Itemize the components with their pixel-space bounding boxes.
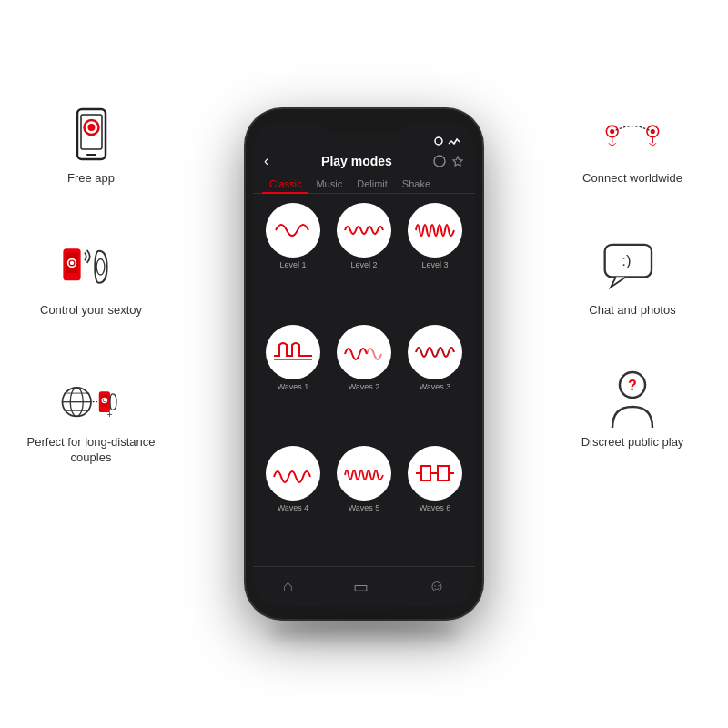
svg-point-8: [70, 261, 74, 265]
feature-long-distance: + Perfect for long-distance couples: [18, 373, 164, 466]
mode-label-level2: Level 2: [350, 260, 377, 269]
mode-waves4[interactable]: Waves 4: [260, 446, 326, 562]
tab-classic[interactable]: Classic: [262, 175, 308, 193]
mode-label-waves1: Waves 1: [278, 382, 309, 391]
mode-circle-level3[interactable]: [408, 203, 462, 258]
mode-circle-waves5[interactable]: [337, 446, 391, 500]
bottom-nav[interactable]: ⌂ ▭ ☺: [253, 566, 475, 606]
right-features: Connect worldwide :) Chat and photos: [555, 109, 710, 450]
tab-delimit[interactable]: Delimit: [349, 175, 395, 193]
phone-notch: [318, 109, 410, 133]
feature-free-app: Free app: [18, 109, 164, 187]
back-button[interactable]: ‹: [264, 153, 286, 169]
mode-circle-waves1[interactable]: [266, 325, 320, 379]
svg-rect-27: [438, 466, 449, 480]
svg-point-21: [435, 137, 442, 145]
nav-chat-icon[interactable]: ▭: [353, 577, 369, 597]
feature-control: Control your sextoy: [18, 241, 164, 318]
control-label: Control your sextoy: [40, 303, 142, 318]
svg-text:+: +: [107, 409, 113, 420]
nav-home-icon[interactable]: ⌂: [283, 577, 293, 596]
feature-connect: Connect worldwide: [555, 109, 710, 187]
svg-point-30: [610, 128, 614, 133]
mode-waves1[interactable]: Waves 1: [260, 325, 326, 441]
control-icon: [59, 241, 123, 296]
svg-text::): :): [622, 253, 631, 270]
phone-screen: ‹ Play modes Classic Music Delimit Shake: [253, 122, 475, 606]
long-distance-label: Perfect for long-distance couples: [18, 435, 164, 466]
svg-point-32: [651, 128, 655, 133]
mode-label-waves6: Waves 6: [420, 503, 451, 512]
mode-circle-waves4[interactable]: [266, 446, 320, 500]
phone-reflection: [269, 619, 459, 646]
discreet-icon: ?: [601, 373, 664, 428]
connect-icon: [601, 109, 664, 164]
mode-circle-level2[interactable]: [337, 203, 391, 258]
mode-tabs[interactable]: Classic Music Delimit Shake: [253, 175, 475, 194]
nav-profile-icon[interactable]: ☺: [429, 577, 445, 596]
mode-label-level1: Level 1: [279, 260, 306, 269]
phone-body: ‹ Play modes Classic Music Delimit Shake: [246, 109, 482, 619]
phone: ‹ Play modes Classic Music Delimit Shake: [246, 109, 482, 619]
header-icons: [428, 155, 464, 167]
svg-point-22: [434, 156, 445, 167]
feature-chat: :) Chat and photos: [555, 241, 710, 318]
svg-point-3: [87, 124, 95, 131]
chat-label: Chat and photos: [589, 303, 675, 318]
chat-icon: :): [601, 241, 664, 296]
mode-label-waves3: Waves 3: [420, 382, 451, 391]
mode-waves2[interactable]: Waves 2: [331, 325, 397, 441]
mode-level1[interactable]: Level 1: [260, 203, 326, 319]
mode-waves6[interactable]: Waves 6: [402, 446, 468, 562]
mode-level2[interactable]: Level 2: [331, 203, 397, 319]
mode-circle-waves2[interactable]: [337, 325, 391, 379]
mode-label-level3: Level 3: [421, 260, 448, 269]
svg-text:?: ?: [628, 378, 637, 393]
feature-discreet: ? Discreet public play: [555, 373, 710, 450]
mode-level3[interactable]: Level 3: [402, 203, 468, 319]
svg-rect-25: [421, 466, 430, 480]
status-icons: [433, 136, 460, 146]
app-header: ‹ Play modes: [253, 149, 475, 175]
mode-label-waves2: Waves 2: [349, 382, 380, 391]
modes-grid: Level 1 Level 2: [253, 199, 475, 566]
mode-label-waves4: Waves 4: [278, 503, 309, 512]
connect-label: Connect worldwide: [582, 171, 682, 187]
mode-label-waves5: Waves 5: [349, 503, 380, 512]
free-app-icon: [59, 109, 123, 164]
tab-music[interactable]: Music: [308, 175, 349, 193]
svg-rect-4: [86, 154, 96, 156]
svg-point-19: [104, 399, 106, 402]
long-distance-icon: +: [59, 373, 123, 428]
svg-point-9: [96, 258, 105, 275]
mode-waves3[interactable]: Waves 3: [402, 325, 468, 441]
free-app-label: Free app: [67, 171, 115, 187]
left-features: Free app Control your sex: [18, 109, 164, 466]
tab-shake[interactable]: Shake: [395, 175, 438, 193]
screen-title: Play modes: [286, 154, 428, 168]
mode-waves5[interactable]: Waves 5: [331, 446, 397, 562]
page-container: Free app Control your sex: [0, 0, 728, 728]
discreet-label: Discreet public play: [581, 435, 684, 450]
mode-circle-waves6[interactable]: [408, 446, 462, 500]
mode-circle-level1[interactable]: [266, 203, 320, 258]
mode-circle-waves3[interactable]: [408, 325, 462, 379]
